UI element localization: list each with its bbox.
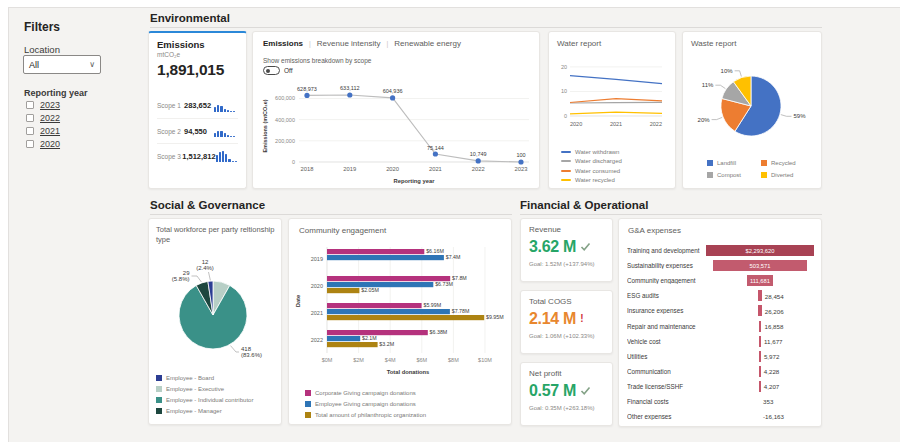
scope-toggle-label: Show emissions breakdown by scope (263, 57, 371, 64)
expense-label: ESG audits (627, 292, 705, 299)
chart-shape (307, 95, 521, 162)
data-point (433, 151, 438, 156)
chart-label: $2M (353, 357, 364, 363)
chart-label: 2019 (343, 166, 356, 172)
chart-label: 10% (721, 68, 734, 74)
scope-toggle-row: Off (263, 66, 293, 75)
legend-item[interactable]: Recycled (761, 159, 815, 167)
bar-zone: 5,972 (705, 351, 815, 362)
data-point (390, 95, 395, 100)
spark-bar (228, 159, 230, 162)
legend-label: Water consumed (575, 168, 620, 174)
legend-item[interactable]: Water consumed (561, 167, 622, 175)
waste-report-card: Waste report 59%20%11%10% LandfillRecycl… (682, 31, 822, 189)
legend-item[interactable]: Corporate Giving campaign donations (305, 389, 426, 397)
tab-renewable-energy[interactable]: Renewable energy (394, 39, 461, 48)
expense-value: 4,207 (764, 383, 779, 390)
reporting-year-option[interactable]: 2021 (26, 126, 60, 136)
legend-marker (305, 401, 311, 407)
gna-expenses-rows: Training and development$2,293,620Sustai… (627, 243, 815, 424)
chart-shape (192, 276, 202, 282)
legend-item[interactable]: Landfill (707, 159, 761, 167)
chart-label: 10 (561, 88, 567, 94)
legend-item[interactable]: Total amount of philanthropic organizati… (305, 411, 426, 419)
data-point (304, 93, 309, 98)
legend-label: Employee - Manager (166, 408, 222, 414)
reporting-year-option[interactable]: 2022 (26, 113, 60, 123)
legend-item[interactable]: Diverted (761, 172, 815, 180)
chart-label: 75,144 (427, 145, 444, 151)
workforce-card: Total workforce per party reltionship ty… (148, 218, 282, 425)
legend-item[interactable]: Water withdrawn (561, 148, 622, 156)
bar: $2,293,620 (706, 245, 814, 256)
waste-legend: LandfillRecycledCompostDiverted (707, 159, 815, 179)
expense-value: $2,293,620 (745, 248, 774, 254)
chart-label: $5.99M (423, 302, 441, 308)
spark-bar (214, 107, 216, 112)
spark-bar (214, 133, 216, 137)
chart-label: 11% (702, 82, 714, 88)
checkbox-icon[interactable] (26, 101, 34, 109)
bar (758, 305, 761, 316)
expense-value: 5,972 (764, 353, 779, 360)
bar (759, 366, 761, 377)
chart-label: 2021 (311, 310, 323, 316)
year-label: 2022 (40, 113, 60, 123)
bar-zone: 111,681 (705, 275, 815, 286)
legend-item[interactable]: Compost (707, 172, 761, 180)
legend-item[interactable]: Employee - Executive (156, 385, 253, 393)
tab-revenue-intensity[interactable]: Revenue intensity (317, 39, 381, 48)
chart-label: 2018 (301, 166, 314, 172)
total-cogs-value: 2.14 M (529, 310, 576, 328)
chart-label: $0M (322, 357, 333, 363)
checkbox-icon[interactable] (26, 140, 34, 148)
location-dropdown[interactable]: All ∨ (23, 55, 101, 74)
expense-label: Training and development (627, 247, 705, 254)
net-profit-value-row: 0.57 M (529, 382, 604, 400)
scope-row: Scope 294,550 (157, 118, 238, 143)
spark-bar (227, 135, 229, 137)
expense-label: Repair and maintenance (627, 323, 705, 330)
line-series (570, 76, 662, 84)
scope-row: Scope 1283,652 (157, 93, 238, 118)
check-icon (580, 385, 591, 398)
chart-label: $7.8M (452, 275, 467, 281)
chart-label: Reporting year (394, 178, 436, 184)
net-profit-goal: Goal: 0.35M (+263.18%) (529, 405, 604, 411)
spark-bar (232, 161, 234, 162)
spark-bar (233, 136, 235, 137)
legend-item[interactable]: Water recycled (561, 177, 622, 185)
checkbox-icon[interactable] (26, 114, 34, 122)
legend-item[interactable]: Employee - Board (156, 374, 253, 382)
chart-label: 2021 (429, 166, 442, 172)
line-series (570, 102, 662, 103)
legend-item[interactable]: Employee - Manager (156, 407, 253, 415)
tab-separator: | (386, 40, 388, 47)
waste-pie-chart: 59%20%11%10% (687, 50, 819, 158)
legend-item[interactable]: Water discharged (561, 158, 622, 166)
chart-label: 0 (564, 113, 567, 119)
bar (759, 381, 761, 392)
legend-item[interactable]: Employee Giving campaign donations (305, 400, 426, 408)
tab-emissions[interactable]: Emissions (263, 39, 303, 48)
reporting-year-label: Reporting year (24, 88, 88, 98)
checkbox-icon[interactable] (26, 127, 34, 135)
reporting-year-option[interactable]: 2020 (26, 139, 60, 149)
legend-item[interactable]: Employee - Individual contributor (156, 396, 253, 404)
bar: 503,571 (713, 260, 807, 271)
toggle-switch[interactable] (263, 66, 280, 75)
water-report-card: Water report 01020202020212022 Water wit… (548, 31, 676, 189)
reporting-year-option[interactable]: 2023 (26, 100, 60, 110)
bar-zone: 353 (705, 396, 815, 407)
expense-value: -16,163 (763, 413, 784, 420)
data-point (476, 158, 481, 163)
section-divider (520, 214, 822, 215)
section-divider (150, 214, 512, 215)
legend-label: Compost (717, 172, 741, 178)
bar-zone: 16,858 (705, 321, 815, 332)
legend-marker (761, 172, 767, 178)
legend-label: Water withdrawn (575, 149, 619, 155)
bar (327, 288, 359, 293)
expense-label: Other expenses (627, 413, 705, 420)
chart-label: 0 (292, 159, 295, 165)
